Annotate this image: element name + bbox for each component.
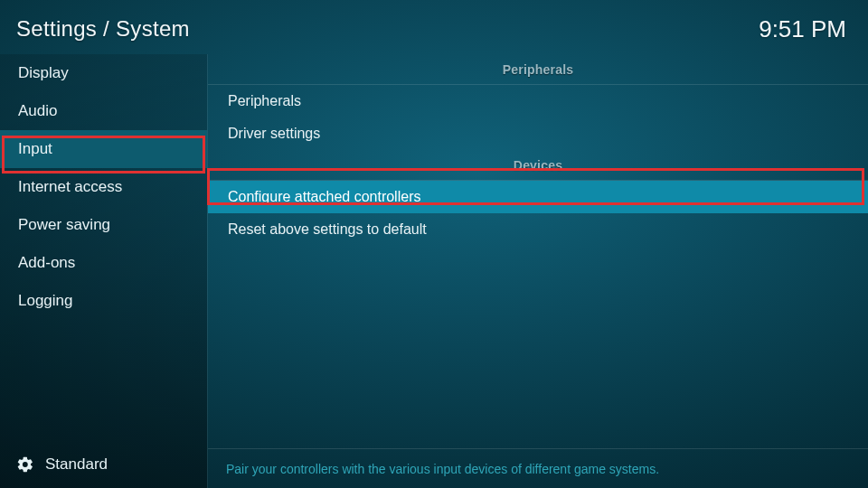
sidebar-item-internet-access[interactable]: Internet access: [0, 168, 207, 206]
body: Display Audio Input Internet access Powe…: [0, 54, 868, 488]
sidebar-item-label: Power saving: [18, 216, 110, 234]
sidebar: Display Audio Input Internet access Powe…: [0, 54, 207, 488]
sidebar-item-label: Display: [18, 64, 69, 82]
settings-level-label: Standard: [45, 455, 108, 474]
sidebar-item-display[interactable]: Display: [0, 54, 207, 92]
app-root: Settings / System 9:51 PM Display Audio …: [0, 0, 868, 488]
breadcrumb: Settings / System: [16, 16, 190, 42]
sidebar-item-label: Logging: [18, 292, 73, 310]
sidebar-items: Display Audio Input Internet access Powe…: [0, 54, 207, 441]
setting-peripherals[interactable]: Peripherals: [208, 85, 868, 117]
sidebar-item-label: Internet access: [18, 178, 122, 196]
setting-label: Configure attached controllers: [228, 189, 420, 205]
setting-reset-defaults[interactable]: Reset above settings to default: [208, 213, 868, 246]
gear-icon: [16, 455, 34, 474]
sidebar-item-label: Add-ons: [18, 254, 75, 272]
setting-configure-controllers[interactable]: Configure attached controllers: [208, 181, 868, 213]
sidebar-item-input[interactable]: Input: [0, 130, 207, 168]
section-header-devices: Devices: [208, 150, 868, 181]
footer-hint: Pair your controllers with the various i…: [226, 462, 659, 476]
settings-level-toggle[interactable]: Standard: [0, 441, 207, 488]
sidebar-item-logging[interactable]: Logging: [0, 282, 207, 320]
content-footer: Pair your controllers with the various i…: [208, 448, 868, 488]
header: Settings / System 9:51 PM: [0, 0, 868, 54]
setting-label: Driver settings: [228, 126, 320, 142]
sidebar-item-power-saving[interactable]: Power saving: [0, 206, 207, 244]
clock: 9:51 PM: [759, 15, 846, 43]
section-header-peripherals: Peripherals: [208, 54, 868, 85]
setting-driver-settings[interactable]: Driver settings: [208, 117, 868, 150]
sidebar-item-label: Input: [18, 140, 52, 158]
setting-label: Peripherals: [228, 93, 301, 109]
sidebar-item-label: Audio: [18, 102, 57, 120]
sidebar-item-add-ons[interactable]: Add-ons: [0, 244, 207, 282]
content: Peripherals Peripherals Driver settings …: [207, 54, 868, 488]
sidebar-item-audio[interactable]: Audio: [0, 92, 207, 130]
content-scroll: Peripherals Peripherals Driver settings …: [208, 54, 868, 448]
setting-label: Reset above settings to default: [228, 221, 427, 238]
